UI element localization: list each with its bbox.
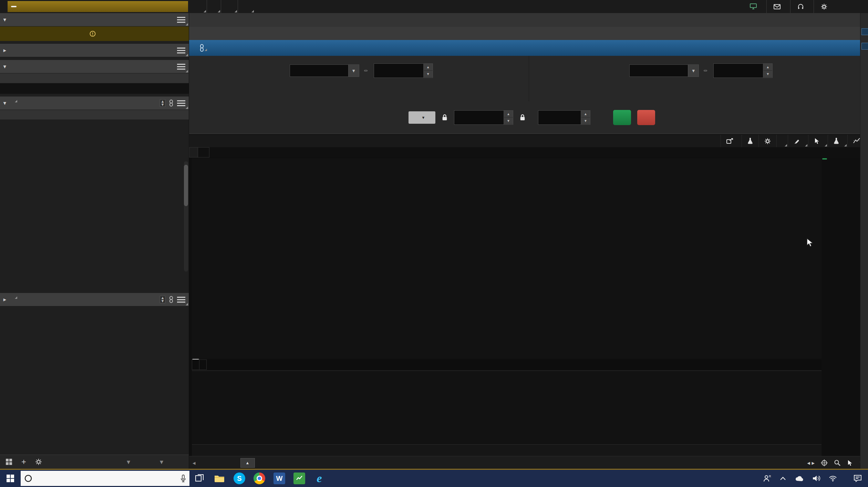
onedrive-icon[interactable] bbox=[794, 475, 804, 481]
pm-badge bbox=[11, 6, 17, 7]
collapse-panel-button[interactable]: ▲ bbox=[240, 458, 255, 468]
lock-icon[interactable] bbox=[442, 114, 448, 121]
pattern-icon bbox=[853, 138, 860, 144]
time-axis[interactable] bbox=[192, 444, 822, 456]
setup-button[interactable] bbox=[814, 0, 837, 13]
file-explorer-button[interactable] bbox=[209, 470, 229, 487]
account-selector[interactable] bbox=[238, 0, 255, 13]
correlation-pane[interactable] bbox=[192, 371, 822, 445]
right-position bbox=[704, 70, 709, 71]
studies-flask-button[interactable] bbox=[742, 135, 758, 147]
chart-header bbox=[189, 147, 868, 158]
close-button[interactable] bbox=[859, 2, 868, 11]
home-screen-button[interactable] bbox=[743, 0, 766, 13]
internet-explorer-button[interactable]: e bbox=[309, 470, 329, 487]
scrollbar[interactable] bbox=[184, 161, 188, 272]
watchlist2-header[interactable]: ▸ ▴▾ bbox=[0, 293, 189, 306]
chart-title[interactable] bbox=[189, 147, 198, 158]
lock-icon[interactable] bbox=[519, 114, 526, 121]
right-ratio-input[interactable]: ▲▼ bbox=[713, 63, 773, 78]
correlation-svg bbox=[192, 371, 822, 445]
pan-icons[interactable]: ◂ ▸ bbox=[807, 459, 815, 467]
left-position bbox=[364, 70, 369, 71]
microphone-icon[interactable] bbox=[180, 474, 186, 483]
restore-panel-button[interactable] bbox=[861, 28, 868, 35]
interval-dropdown[interactable] bbox=[776, 135, 788, 147]
add-gadget-button[interactable]: + bbox=[21, 457, 26, 467]
skype-button[interactable]: S bbox=[229, 470, 249, 487]
scroll-left-icon[interactable]: ◂ bbox=[189, 459, 196, 467]
minimize-button[interactable] bbox=[838, 2, 847, 11]
trigger-price-input[interactable]: ▲▼ bbox=[454, 110, 513, 125]
drawings-button[interactable] bbox=[808, 135, 828, 147]
word-button[interactable]: W bbox=[269, 470, 289, 487]
start-button[interactable] bbox=[0, 470, 21, 487]
crosshair-icon[interactable] bbox=[821, 459, 828, 466]
quantity-input[interactable]: ▲▼ bbox=[538, 110, 590, 125]
reorder-icon[interactable]: ▴▾ bbox=[160, 99, 165, 107]
chevron-down-icon[interactable]: ▾ bbox=[127, 458, 130, 466]
cursor-icon bbox=[814, 138, 819, 144]
pair-setup-panel: ▼ ▲▼ bbox=[189, 56, 868, 102]
chrome-button[interactable] bbox=[249, 470, 269, 487]
menu-icon[interactable] bbox=[177, 100, 185, 106]
support-chat-button[interactable] bbox=[790, 0, 814, 13]
right-symbol-dropdown[interactable]: ▼ bbox=[629, 64, 699, 77]
menu-icon[interactable] bbox=[177, 297, 185, 303]
speaker-icon[interactable] bbox=[812, 475, 820, 482]
price-chart-plot[interactable] bbox=[192, 158, 822, 359]
cursor-tool-icon[interactable] bbox=[847, 460, 852, 466]
left-symbol-dropdown[interactable]: ▼ bbox=[290, 64, 359, 77]
link-icon[interactable] bbox=[169, 296, 174, 303]
sell-pair-button[interactable] bbox=[637, 110, 655, 125]
live-news-header[interactable]: ▸ bbox=[0, 44, 189, 57]
headset-icon bbox=[797, 3, 804, 10]
quick-quote-header[interactable]: ▾ bbox=[0, 60, 189, 73]
link-icon[interactable] bbox=[169, 100, 174, 106]
network-icon[interactable] bbox=[829, 475, 837, 481]
messages-button[interactable] bbox=[767, 0, 790, 13]
study-name[interactable] bbox=[192, 359, 199, 370]
connection-status[interactable] bbox=[193, 0, 207, 13]
thinkorswim-button[interactable] bbox=[289, 470, 309, 487]
action-center-icon[interactable] bbox=[854, 475, 862, 482]
link-icon[interactable] bbox=[199, 44, 208, 52]
maximize-button[interactable] bbox=[849, 2, 858, 11]
buy-pair-button[interactable] bbox=[613, 110, 631, 125]
tray-expand-icon[interactable] bbox=[780, 476, 786, 480]
stepper[interactable]: ▲▼ bbox=[423, 64, 433, 78]
price-axis[interactable] bbox=[822, 158, 850, 456]
study-row bbox=[192, 359, 822, 370]
menu-icon[interactable] bbox=[177, 64, 185, 70]
taskbar-search[interactable] bbox=[21, 471, 189, 486]
pair-header-bar bbox=[189, 40, 868, 56]
data-status[interactable] bbox=[207, 0, 221, 13]
stepper[interactable]: ▲▼ bbox=[763, 64, 772, 78]
chart-settings-button[interactable] bbox=[758, 135, 776, 147]
share-icon bbox=[726, 138, 733, 144]
search-input[interactable] bbox=[37, 475, 176, 482]
chevron-down-icon: ▼ bbox=[688, 65, 699, 77]
clock[interactable] bbox=[221, 0, 238, 13]
people-icon[interactable]: R bbox=[763, 475, 772, 482]
share-button[interactable] bbox=[721, 135, 742, 147]
stepper[interactable]: ▲▼ bbox=[504, 111, 513, 124]
grid-icon[interactable] bbox=[6, 458, 12, 465]
gear-icon[interactable] bbox=[35, 458, 42, 465]
chevron-down-icon: ▾ bbox=[3, 17, 6, 23]
left-ratio-input[interactable]: ▲▼ bbox=[374, 63, 433, 78]
restore-panel-button[interactable] bbox=[861, 43, 868, 50]
zoom-icon[interactable] bbox=[834, 459, 841, 466]
style-button[interactable] bbox=[788, 135, 808, 147]
menu-icon[interactable] bbox=[177, 48, 185, 53]
task-view-button[interactable] bbox=[189, 470, 209, 487]
studies-button[interactable] bbox=[828, 135, 847, 147]
stepper[interactable]: ▲▼ bbox=[581, 111, 590, 124]
trade-subtabs bbox=[189, 27, 868, 40]
account-info-header[interactable]: ▾ bbox=[0, 13, 189, 27]
trigger-condition-dropdown[interactable]: ▼ bbox=[409, 111, 435, 124]
menu-icon[interactable] bbox=[177, 17, 185, 23]
chevron-down-icon[interactable]: ▾ bbox=[160, 458, 163, 466]
watchlist-header[interactable]: ▾ ▴▾ bbox=[0, 97, 189, 110]
reorder-icon[interactable]: ▴▾ bbox=[160, 296, 165, 303]
